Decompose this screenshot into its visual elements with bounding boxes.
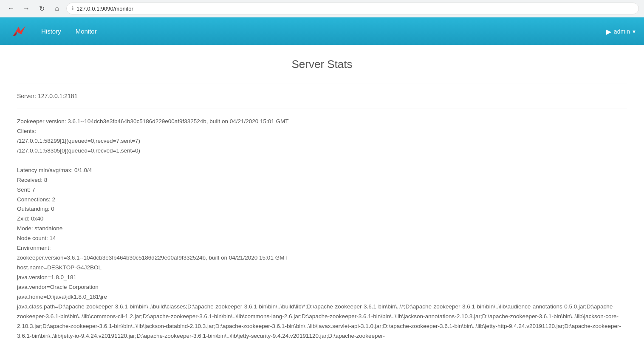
env-host-name: host.name=DESKTOP-G4J2BOL [17,263,627,273]
zxid: Zxid: 0x40 [17,214,627,224]
url-text: 127.0.0.1:9090/monitor [76,6,133,12]
clients-label: Clients: [17,127,627,136]
received: Received: 8 [17,175,627,185]
user-icon: ▶ [606,27,611,35]
server-section: Server: 127.0.0.1:2181 [17,93,627,99]
env-java-home: java.home=D:\java\jdk1.8.0_181\jre [17,292,627,302]
env-zookeeper-version: zookeeper.version=3.6.1--104dcb3e3fb464b… [17,253,627,263]
server-address: Server: 127.0.0.1:2181 [17,93,627,99]
navbar-links: History Monitor [36,24,102,38]
main-content: Server Stats Server: 127.0.0.1:2181 Zook… [0,45,644,342]
address-bar[interactable]: ℹ 127.0.0.1:9090/monitor [66,3,639,14]
user-dropdown-icon[interactable]: ▾ [633,28,636,35]
env-java-vendor: java.vendor=Oracle Corporation [17,283,627,292]
stats-block: Zookeeper version: 3.6.1--104dcb3e3fb464… [17,117,627,341]
home-button[interactable]: ⌂ [51,3,63,14]
history-nav-link[interactable]: History [36,24,66,38]
navbar: History Monitor ▶ admin ▾ [0,17,644,45]
environment-label: Environment: [17,243,627,253]
browser-toolbar: ← → ↻ ⌂ ℹ 127.0.0.1:9090/monitor [0,0,644,17]
forward-button[interactable]: → [20,3,32,14]
browser-chrome: ← → ↻ ⌂ ℹ 127.0.0.1:9090/monitor [0,0,644,17]
username-label: admin [614,28,630,35]
bird-icon [8,22,28,41]
divider-2 [17,108,627,108]
mode: Mode: standalone [17,224,627,234]
zookeeper-version: Zookeeper version: 3.6.1--104dcb3e3fb464… [17,117,627,127]
connections: Connections: 2 [17,195,627,205]
brand-logo [8,22,28,41]
divider-1 [17,84,627,84]
back-button[interactable]: ← [5,3,17,14]
outstanding: Outstanding: 0 [17,204,627,214]
reload-button[interactable]: ↻ [36,3,48,14]
node-count: Node count: 14 [17,234,627,243]
svg-marker-1 [13,32,17,36]
monitor-nav-link[interactable]: Monitor [71,24,102,38]
client2: /127.0.0.1:58305[0](queued=0,recved=1,se… [17,146,627,156]
client1: /127.0.0.1:58299[1](queued=0,recved=7,se… [17,136,627,146]
env-java-class-path: java.class.path=D:\apache-zookeeper-3.6.… [17,302,627,341]
sent: Sent: 7 [17,185,627,195]
security-icon: ℹ [72,6,74,11]
page-title: Server Stats [17,58,627,71]
navbar-user: ▶ admin ▾ [606,27,636,35]
env-java-version: java.version=1.8.0_181 [17,273,627,283]
latency: Latency min/avg/max: 0/1.0/4 [17,166,627,175]
